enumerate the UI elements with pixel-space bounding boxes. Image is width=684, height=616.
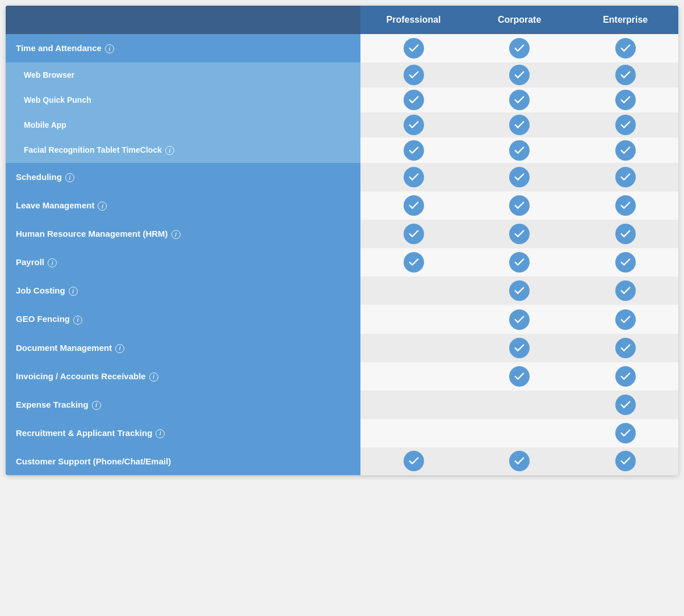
table-row: Human Resource Management (HRM)i (6, 220, 678, 248)
feature-label: Facial Recognition Tablet TimeClock (24, 145, 162, 154)
enterprise-cell (572, 391, 678, 419)
feature-name-cell: Mobile App (6, 112, 360, 137)
corporate-cell (467, 137, 573, 163)
check-icon (615, 423, 636, 443)
feature-label: Human Resource Management (HRM) (16, 229, 168, 238)
info-icon[interactable]: i (73, 316, 82, 325)
table-row: Leave Managementi (6, 191, 678, 220)
enterprise-cell (572, 137, 678, 163)
header-corporate: Corporate (467, 6, 573, 34)
feature-label: Recruitment & Applicant Tracking (16, 428, 152, 438)
check-icon (404, 252, 424, 273)
enterprise-cell (572, 334, 678, 362)
corporate-cell (467, 87, 573, 112)
corporate-cell (467, 362, 573, 391)
check-icon (615, 451, 636, 471)
feature-name-cell: Document Managementi (6, 334, 360, 362)
table-row: Mobile App (6, 112, 678, 137)
corporate-cell (467, 447, 573, 475)
feature-label: Invoicing / Accounts Receivable (16, 371, 146, 381)
professional-cell (360, 62, 467, 87)
check-icon (615, 280, 636, 301)
feature-name-cell: Schedulingi (6, 163, 360, 191)
feature-name-cell: Payrolli (6, 248, 360, 276)
info-icon[interactable]: i (149, 372, 158, 382)
enterprise-cell (572, 220, 678, 248)
check-icon (615, 252, 636, 273)
table-row: Customer Support (Phone/Chat/Email) (6, 447, 678, 475)
feature-label: Expense Tracking (16, 400, 89, 409)
info-icon[interactable]: i (165, 146, 174, 155)
enterprise-cell (572, 112, 678, 137)
info-icon[interactable]: i (69, 287, 78, 296)
info-icon[interactable]: i (48, 258, 57, 267)
corporate-cell (467, 34, 573, 62)
corporate-cell (467, 419, 573, 447)
check-icon (615, 140, 636, 161)
enterprise-cell (572, 305, 678, 333)
feature-name-cell: Human Resource Management (HRM)i (6, 220, 360, 248)
feature-name-cell: Recruitment & Applicant Trackingi (6, 419, 360, 447)
feature-label: Mobile App (24, 120, 66, 129)
professional-cell (360, 248, 467, 276)
info-icon[interactable]: i (105, 44, 114, 53)
table-row: Job Costingi (6, 276, 678, 305)
info-icon[interactable]: i (92, 401, 101, 410)
table-row: GEO Fencingi (6, 305, 678, 333)
feature-label: Scheduling (16, 172, 62, 182)
table-row: Invoicing / Accounts Receivablei (6, 362, 678, 391)
corporate-cell (467, 112, 573, 137)
check-icon (615, 195, 636, 216)
check-icon (509, 309, 530, 330)
corporate-cell (467, 391, 573, 419)
feature-name-cell: Time and Attendancei (6, 34, 360, 62)
professional-cell (360, 34, 467, 62)
professional-cell (360, 87, 467, 112)
feature-name-cell: Facial Recognition Tablet TimeClocki (6, 137, 360, 163)
feature-label: Document Management (16, 343, 112, 353)
corporate-cell (467, 191, 573, 220)
professional-cell (360, 220, 467, 248)
enterprise-cell (572, 362, 678, 391)
check-icon (509, 280, 530, 301)
feature-name-cell: Leave Managementi (6, 191, 360, 220)
table-row: Web Quick Punch (6, 87, 678, 112)
enterprise-cell (572, 447, 678, 475)
check-icon (404, 140, 424, 161)
professional-cell (360, 305, 467, 333)
table-row: Schedulingi (6, 163, 678, 191)
check-icon (509, 167, 530, 187)
corporate-cell (467, 163, 573, 191)
feature-label: Customer Support (Phone/Chat/Email) (16, 456, 171, 466)
check-icon (509, 38, 530, 58)
check-icon (615, 338, 636, 358)
info-icon[interactable]: i (98, 202, 107, 211)
feature-name-cell: GEO Fencingi (6, 305, 360, 333)
info-icon[interactable]: i (115, 344, 124, 353)
check-icon (615, 167, 636, 187)
enterprise-cell (572, 163, 678, 191)
table-row: Payrolli (6, 248, 678, 276)
professional-cell (360, 276, 467, 305)
check-icon (404, 90, 424, 110)
info-icon[interactable]: i (156, 429, 165, 438)
info-icon[interactable]: i (65, 173, 74, 182)
enterprise-cell (572, 276, 678, 305)
feature-label: Payroll (16, 257, 44, 267)
info-icon[interactable]: i (171, 230, 181, 239)
check-icon (509, 252, 530, 273)
feature-name-cell: Job Costingi (6, 276, 360, 305)
check-icon (509, 115, 530, 135)
feature-label: Web Quick Punch (24, 95, 91, 104)
professional-cell (360, 191, 467, 220)
professional-cell (360, 391, 467, 419)
enterprise-cell (572, 191, 678, 220)
professional-cell (360, 112, 467, 137)
check-icon (615, 38, 636, 58)
check-icon (404, 65, 424, 85)
table-row: Time and Attendancei (6, 34, 678, 62)
header-professional: Professional (360, 6, 467, 34)
table-row: Web Browser (6, 62, 678, 87)
corporate-cell (467, 220, 573, 248)
professional-cell (360, 163, 467, 191)
